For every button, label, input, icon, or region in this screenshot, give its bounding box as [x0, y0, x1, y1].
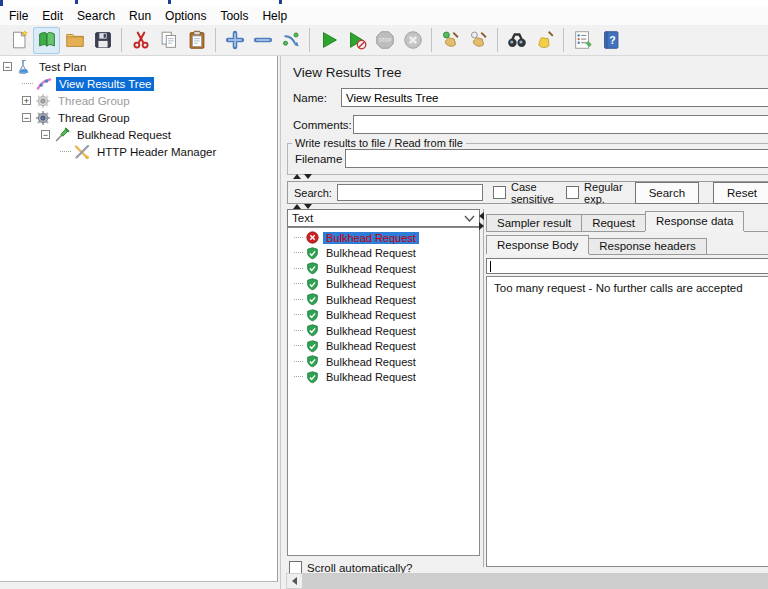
scrollbar-track[interactable]	[303, 573, 768, 589]
case-sensitive-label: Case sensitive	[511, 181, 556, 205]
search-button[interactable]: Search	[635, 182, 699, 204]
clear-one-button[interactable]	[437, 27, 464, 54]
result-item[interactable]: Bulkhead Request	[288, 339, 479, 355]
tree-expander-minus[interactable]: −	[41, 130, 50, 139]
remove-button[interactable]	[249, 27, 276, 54]
collapse-down-icon[interactable]	[304, 174, 312, 179]
collapse-left-icon[interactable]	[479, 212, 484, 220]
tree-expander-minus[interactable]: −	[3, 62, 12, 71]
start-no-timers-button[interactable]	[343, 27, 370, 54]
collapse-up-icon[interactable]	[293, 174, 301, 179]
vertical-split-divider[interactable]	[483, 209, 484, 567]
http-request-icon	[54, 127, 70, 143]
result-item-label: Bulkhead Request	[323, 371, 419, 383]
result-item[interactable]: Bulkhead Request	[288, 370, 479, 386]
result-item[interactable]: Bulkhead Request	[288, 246, 479, 262]
chevron-down-icon	[464, 212, 475, 224]
shutdown-button[interactable]	[399, 27, 426, 54]
tree-expander-plus[interactable]: +	[22, 96, 31, 105]
search-reset-button[interactable]	[531, 27, 558, 54]
success-icon	[306, 247, 319, 260]
new-file-button[interactable]	[5, 27, 32, 54]
tree-item-thread-group[interactable]: +Thread Group	[0, 92, 277, 109]
collapse-right-icon[interactable]	[479, 222, 484, 230]
tree-connector	[294, 252, 303, 254]
tree-item-label: HTTP Header Manager	[94, 145, 219, 159]
help-button[interactable]: ?	[597, 27, 624, 54]
result-item-label: Bulkhead Request	[323, 294, 419, 306]
name-input[interactable]	[341, 88, 768, 107]
paste-button[interactable]	[183, 27, 210, 54]
save-button[interactable]	[89, 27, 116, 54]
menu-file[interactable]: File	[2, 7, 35, 25]
tree-connector	[294, 268, 303, 270]
splitpane-collapse-arrows[interactable]	[293, 174, 312, 179]
open-button[interactable]	[61, 27, 88, 54]
menu-help[interactable]: Help	[255, 7, 294, 25]
result-item-label: Bulkhead Request	[323, 247, 419, 259]
tree-item-thread-group[interactable]: −Thread Group	[0, 109, 277, 126]
templates-button[interactable]	[33, 27, 60, 54]
svg-text:STOP: STOP	[378, 38, 390, 43]
toggle-button[interactable]	[277, 27, 304, 54]
response-tabs: Sampler resultRequestResponse data	[486, 212, 768, 232]
titlebar-text-remnant	[168, 0, 171, 4]
toolbar-separator	[121, 28, 122, 52]
name-label: Name:	[293, 92, 327, 104]
comments-input[interactable]	[353, 115, 768, 134]
result-item-label: Bulkhead Request	[323, 263, 419, 275]
add-button[interactable]	[221, 27, 248, 54]
result-item[interactable]: Bulkhead Request	[288, 354, 479, 370]
menu-bar: FileEditSearchRunOptionsToolsHelp	[0, 6, 768, 25]
tab-request[interactable]: Request	[581, 214, 646, 231]
horizontal-scrollbar[interactable]	[286, 573, 768, 589]
function-helper-button[interactable]	[569, 27, 596, 54]
search-input[interactable]	[337, 184, 483, 201]
cut-button[interactable]	[127, 27, 154, 54]
tree-expander-minus[interactable]: −	[22, 113, 31, 122]
search-button[interactable]	[503, 27, 530, 54]
result-item[interactable]: Bulkhead Request	[288, 308, 479, 324]
success-icon	[306, 293, 319, 306]
menu-tools[interactable]: Tools	[213, 7, 255, 25]
tab-response-data[interactable]: Response data	[645, 211, 744, 231]
menu-run[interactable]: Run	[122, 7, 158, 25]
view-mode-select[interactable]: Text	[287, 209, 480, 227]
case-sensitive-checkbox[interactable]	[493, 186, 506, 199]
subtab-response-headers[interactable]: Response headers	[588, 238, 707, 254]
reset-button[interactable]: Reset	[713, 182, 768, 204]
copy-button[interactable]	[155, 27, 182, 54]
toolbar-separator	[497, 28, 498, 52]
response-body-view[interactable]: Too many request - No further calls are …	[486, 276, 768, 567]
result-item-label: Bulkhead Request	[323, 309, 419, 321]
clear-all-button[interactable]	[465, 27, 492, 54]
regular-exp-checkbox[interactable]	[566, 186, 579, 199]
main-panel: View Results Tree Name: Comments: Write …	[280, 56, 768, 589]
scroll-left-icon	[292, 577, 297, 585]
tree-item-http-header-manager[interactable]: HTTP Header Manager	[0, 143, 277, 160]
filename-input[interactable]	[345, 149, 768, 168]
stop-button[interactable]: STOP	[371, 27, 398, 54]
tree-item-view-results-tree[interactable]: View Results Tree	[0, 75, 277, 92]
vertical-split-arrows[interactable]	[479, 212, 484, 230]
result-item[interactable]: Bulkhead Request	[288, 261, 479, 277]
test-plan-tree: −Test PlanView Results Tree+Thread Group…	[0, 56, 278, 582]
tree-item-test-plan[interactable]: −Test Plan	[0, 58, 277, 75]
menu-options[interactable]: Options	[158, 7, 213, 25]
success-icon	[306, 262, 319, 275]
toolbar-separator	[563, 28, 564, 52]
menu-search[interactable]: Search	[70, 7, 122, 25]
subtab-response-body[interactable]: Response Body	[486, 235, 589, 254]
start-button[interactable]	[315, 27, 342, 54]
tree-item-label: Bulkhead Request	[74, 128, 174, 142]
tab-sampler-result[interactable]: Sampler result	[486, 214, 582, 231]
result-item[interactable]: Bulkhead Request	[288, 323, 479, 339]
result-item[interactable]: Bulkhead Request	[288, 292, 479, 308]
toolbar-separator	[215, 28, 216, 52]
tree-item-bulkhead-request[interactable]: −Bulkhead Request	[0, 126, 277, 143]
response-search-input[interactable]	[486, 258, 768, 274]
result-item[interactable]: Bulkhead Request	[288, 230, 479, 246]
scroll-left-button[interactable]	[286, 573, 303, 589]
result-item[interactable]: Bulkhead Request	[288, 277, 479, 293]
menu-edit[interactable]: Edit	[35, 7, 70, 25]
